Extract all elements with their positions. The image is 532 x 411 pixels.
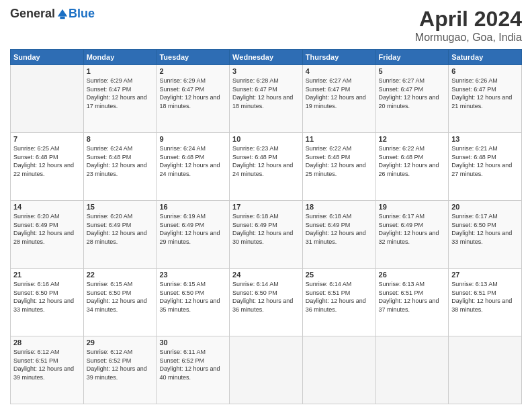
svg-marker-0: [58, 9, 67, 16]
day-number: 27: [451, 271, 519, 279]
page: General Blue April 2024 Mormugao, Goa, I…: [0, 0, 532, 411]
day-number: 8: [87, 135, 154, 143]
day-number: 11: [306, 135, 373, 143]
calendar-cell: 25Sunrise: 6:14 AMSunset: 6:51 PMDayligh…: [302, 269, 375, 336]
calendar-week-row: 21Sunrise: 6:16 AMSunset: 6:50 PMDayligh…: [11, 269, 522, 336]
calendar-cell: 15Sunrise: 6:20 AMSunset: 6:49 PMDayligh…: [83, 201, 157, 269]
logo-text: General Blue: [10, 7, 95, 21]
day-info: Sunrise: 6:23 AMSunset: 6:48 PMDaylight:…: [232, 144, 300, 178]
calendar-cell: 23Sunrise: 6:15 AMSunset: 6:50 PMDayligh…: [157, 269, 230, 336]
day-info: Sunrise: 6:27 AMSunset: 6:47 PMDaylight:…: [379, 77, 446, 110]
calendar-cell: 12Sunrise: 6:22 AMSunset: 6:48 PMDayligh…: [375, 133, 449, 201]
day-number: 4: [306, 67, 373, 75]
day-info: Sunrise: 6:22 AMSunset: 6:48 PMDaylight:…: [379, 144, 446, 178]
day-number: 9: [159, 135, 226, 143]
col-thursday: Thursday: [302, 50, 375, 65]
day-info: Sunrise: 6:14 AMSunset: 6:51 PMDaylight:…: [306, 280, 373, 314]
day-number: 26: [379, 271, 446, 279]
calendar-cell: 14Sunrise: 6:20 AMSunset: 6:49 PMDayligh…: [11, 201, 84, 269]
day-info: Sunrise: 6:20 AMSunset: 6:49 PMDaylight:…: [87, 212, 154, 246]
day-number: 5: [379, 67, 446, 75]
day-info: Sunrise: 6:24 AMSunset: 6:48 PMDaylight:…: [87, 144, 154, 178]
day-info: Sunrise: 6:13 AMSunset: 6:51 PMDaylight:…: [379, 280, 446, 314]
calendar-week-row: 28Sunrise: 6:12 AMSunset: 6:51 PMDayligh…: [11, 336, 522, 404]
day-number: 10: [232, 135, 300, 143]
day-number: 12: [379, 135, 446, 143]
day-number: 25: [306, 271, 373, 279]
day-number: 19: [379, 203, 446, 211]
calendar-cell: 16Sunrise: 6:19 AMSunset: 6:49 PMDayligh…: [157, 201, 230, 269]
day-number: 6: [451, 67, 519, 75]
calendar-cell: 2Sunrise: 6:29 AMSunset: 6:47 PMDaylight…: [157, 65, 230, 133]
day-number: 18: [306, 203, 373, 211]
day-info: Sunrise: 6:14 AMSunset: 6:50 PMDaylight:…: [232, 280, 300, 314]
day-info: Sunrise: 6:13 AMSunset: 6:51 PMDaylight:…: [451, 280, 519, 314]
calendar-cell: 11Sunrise: 6:22 AMSunset: 6:48 PMDayligh…: [302, 133, 375, 201]
calendar-week-row: 1Sunrise: 6:29 AMSunset: 6:47 PMDaylight…: [11, 65, 522, 133]
day-number: 7: [13, 135, 81, 143]
day-number: 24: [232, 271, 300, 279]
title-block: April 2024 Mormugao, Goa, India: [415, 7, 522, 44]
day-info: Sunrise: 6:27 AMSunset: 6:47 PMDaylight:…: [306, 77, 373, 110]
col-wednesday: Wednesday: [230, 50, 303, 65]
day-number: 3: [232, 67, 300, 75]
day-number: 23: [159, 271, 226, 279]
calendar-cell: [375, 336, 449, 404]
calendar-cell: 17Sunrise: 6:18 AMSunset: 6:49 PMDayligh…: [230, 201, 303, 269]
calendar-header-row: Sunday Monday Tuesday Wednesday Thursday…: [11, 50, 522, 65]
logo-icon: [56, 8, 69, 20]
logo: General Blue: [10, 7, 95, 21]
day-info: Sunrise: 6:29 AMSunset: 6:47 PMDaylight:…: [159, 77, 226, 110]
calendar-cell: [230, 336, 303, 404]
day-info: Sunrise: 6:16 AMSunset: 6:50 PMDaylight:…: [13, 280, 81, 314]
calendar-cell: 28Sunrise: 6:12 AMSunset: 6:51 PMDayligh…: [11, 336, 84, 404]
day-info: Sunrise: 6:15 AMSunset: 6:50 PMDaylight:…: [159, 280, 226, 314]
calendar-cell: 20Sunrise: 6:17 AMSunset: 6:50 PMDayligh…: [449, 201, 522, 269]
day-number: 16: [159, 203, 226, 211]
calendar-cell: 1Sunrise: 6:29 AMSunset: 6:47 PMDaylight…: [83, 65, 157, 133]
calendar-cell: 8Sunrise: 6:24 AMSunset: 6:48 PMDaylight…: [83, 133, 157, 201]
day-number: 17: [232, 203, 300, 211]
col-sunday: Sunday: [11, 50, 84, 65]
col-tuesday: Tuesday: [157, 50, 230, 65]
calendar-cell: [302, 336, 375, 404]
calendar-cell: 18Sunrise: 6:18 AMSunset: 6:49 PMDayligh…: [302, 201, 375, 269]
logo-blue: Blue: [69, 7, 95, 21]
calendar-cell: 5Sunrise: 6:27 AMSunset: 6:47 PMDaylight…: [375, 65, 449, 133]
day-info: Sunrise: 6:22 AMSunset: 6:48 PMDaylight:…: [306, 144, 373, 178]
day-info: Sunrise: 6:25 AMSunset: 6:48 PMDaylight:…: [13, 144, 81, 178]
day-info: Sunrise: 6:29 AMSunset: 6:47 PMDaylight:…: [87, 77, 154, 110]
calendar-cell: 26Sunrise: 6:13 AMSunset: 6:51 PMDayligh…: [375, 269, 449, 336]
calendar-week-row: 14Sunrise: 6:20 AMSunset: 6:49 PMDayligh…: [11, 201, 522, 269]
col-friday: Friday: [375, 50, 449, 65]
col-saturday: Saturday: [449, 50, 522, 65]
calendar-cell: 13Sunrise: 6:21 AMSunset: 6:48 PMDayligh…: [449, 133, 522, 201]
day-info: Sunrise: 6:17 AMSunset: 6:49 PMDaylight:…: [379, 212, 446, 246]
day-info: Sunrise: 6:17 AMSunset: 6:50 PMDaylight:…: [451, 212, 519, 246]
day-number: 28: [13, 338, 81, 347]
day-info: Sunrise: 6:12 AMSunset: 6:52 PMDaylight:…: [87, 348, 154, 381]
day-number: 14: [13, 203, 81, 211]
calendar-cell: 9Sunrise: 6:24 AMSunset: 6:48 PMDaylight…: [157, 133, 230, 201]
day-info: Sunrise: 6:21 AMSunset: 6:48 PMDaylight:…: [451, 144, 519, 178]
calendar-cell: 21Sunrise: 6:16 AMSunset: 6:50 PMDayligh…: [11, 269, 84, 336]
day-info: Sunrise: 6:11 AMSunset: 6:52 PMDaylight:…: [159, 348, 226, 381]
day-info: Sunrise: 6:12 AMSunset: 6:51 PMDaylight:…: [13, 348, 81, 381]
day-info: Sunrise: 6:15 AMSunset: 6:50 PMDaylight:…: [87, 280, 154, 314]
day-info: Sunrise: 6:28 AMSunset: 6:47 PMDaylight:…: [232, 77, 300, 110]
calendar-cell: 4Sunrise: 6:27 AMSunset: 6:47 PMDaylight…: [302, 65, 375, 133]
day-info: Sunrise: 6:24 AMSunset: 6:48 PMDaylight:…: [159, 144, 226, 178]
calendar-cell: 29Sunrise: 6:12 AMSunset: 6:52 PMDayligh…: [83, 336, 157, 404]
calendar-cell: [11, 65, 84, 133]
day-number: 2: [159, 67, 226, 75]
calendar-cell: 27Sunrise: 6:13 AMSunset: 6:51 PMDayligh…: [449, 269, 522, 336]
day-info: Sunrise: 6:18 AMSunset: 6:49 PMDaylight:…: [306, 212, 373, 246]
calendar-table: Sunday Monday Tuesday Wednesday Thursday…: [10, 49, 522, 404]
calendar-cell: 7Sunrise: 6:25 AMSunset: 6:48 PMDaylight…: [11, 133, 84, 201]
calendar-cell: 24Sunrise: 6:14 AMSunset: 6:50 PMDayligh…: [230, 269, 303, 336]
day-number: 13: [451, 135, 519, 143]
day-info: Sunrise: 6:19 AMSunset: 6:49 PMDaylight:…: [159, 212, 226, 246]
day-number: 15: [87, 203, 154, 211]
calendar-cell: 30Sunrise: 6:11 AMSunset: 6:52 PMDayligh…: [157, 336, 230, 404]
svg-marker-1: [60, 16, 64, 19]
